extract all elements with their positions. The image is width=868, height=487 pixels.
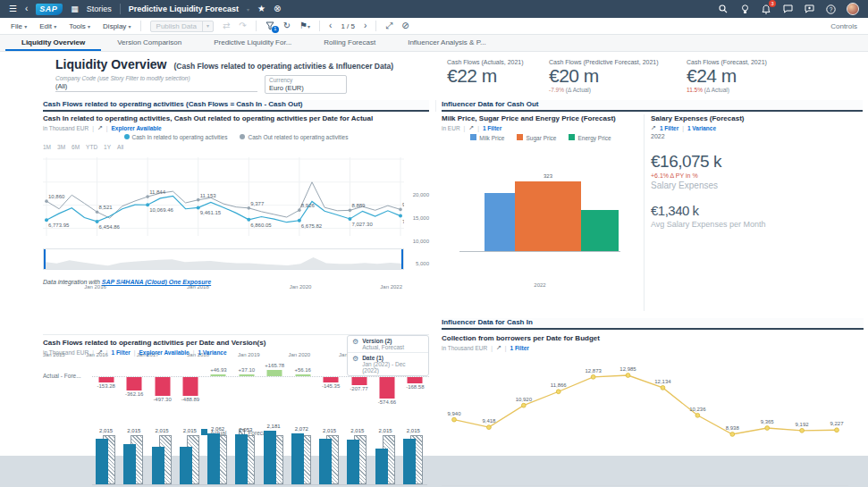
bar-group[interactable]: 2,072 <box>288 421 316 484</box>
bar-group[interactable]: 2,181 <box>260 421 288 484</box>
range-all[interactable]: All <box>117 144 123 150</box>
explore-icon[interactable]: ↗ <box>468 124 474 131</box>
range-1m[interactable]: 1M <box>43 144 51 150</box>
variance-slot[interactable]: +46.93 <box>205 362 232 407</box>
variance-bars[interactable]: -153.28-362.16-497.30-488.89+46.93+37.10… <box>92 362 429 407</box>
bar-sugar-price[interactable] <box>515 181 581 251</box>
search-icon[interactable] <box>718 4 729 14</box>
filter-link[interactable]: 1 Filter <box>660 125 678 131</box>
feedback-chat-icon[interactable] <box>782 4 793 14</box>
legend-item[interactable]: Cash In related to operating activities <box>124 134 228 140</box>
help-icon[interactable]: ? <box>825 4 836 14</box>
variance-slot[interactable]: -168.58 <box>401 362 429 407</box>
variance-slot[interactable]: -362.16 <box>120 362 147 407</box>
currency-field[interactable]: Currency Euro (EUR) <box>265 75 347 94</box>
salary-card[interactable]: Salary Expenses (Forecast) ↗ 1 Filter| 1… <box>651 114 856 229</box>
story-title[interactable]: Predictive Liquidity Forecast <box>129 4 239 13</box>
explorer-available-link[interactable]: Explorer Available <box>111 125 161 131</box>
hamburger-menu-icon[interactable]: ☰ <box>9 4 17 13</box>
variance-slot[interactable]: -145.35 <box>316 362 344 407</box>
assistant-chat-icon[interactable] <box>804 4 814 14</box>
tab-liquidity-overview[interactable]: Liquidity Overview <box>5 35 101 51</box>
idea-lightbulb-icon[interactable] <box>739 4 750 14</box>
bar-energy-price[interactable] <box>579 210 619 251</box>
tab-influencer-analysis-p-[interactable]: Influencer Analysis & P... <box>392 35 501 51</box>
menu-tools[interactable]: Tools ▾ <box>69 22 90 30</box>
explore-icon[interactable]: ↗ <box>651 124 656 131</box>
menu-file[interactable]: File ▾ <box>11 22 27 30</box>
next-page-icon[interactable]: › <box>364 21 367 30</box>
bar-group[interactable]: 2,015 <box>120 421 147 484</box>
bar-group[interactable]: 2,015 <box>343 421 371 484</box>
grouped-bar-plot[interactable]: 2,0152,0152,0152,0152,0622,0532,1812,072… <box>92 421 427 485</box>
controls-label[interactable]: Controls <box>830 22 857 30</box>
notifications-bell-icon[interactable]: 3 <box>761 4 771 14</box>
bar-group[interactable]: 2,015 <box>148 421 176 484</box>
variance-slot[interactable]: +37.10 <box>232 362 260 407</box>
variance-link[interactable]: 1 Variance <box>687 125 716 131</box>
close-circle-icon[interactable]: ⊗ <box>274 4 281 13</box>
bar-group[interactable]: 2,015 <box>176 421 204 484</box>
fullscreen-icon[interactable]: ⤢ <box>385 21 392 30</box>
filter-link[interactable]: 1 Filter <box>111 349 130 356</box>
menu-edit[interactable]: Edit ▾ <box>39 22 56 30</box>
variance-slot[interactable]: -153.28 <box>92 362 120 407</box>
chart-minimap[interactable]: Jan 2016Jan 2018Jan 2020Jan 2022 <box>43 248 404 270</box>
tab-rolling-forecast[interactable]: Rolling Forecast <box>308 35 392 51</box>
filter-link[interactable]: 1 Filter <box>483 125 501 131</box>
range-ytd[interactable]: YTD <box>86 144 97 150</box>
line-chart-plot[interactable]: 9,9409,41810,92011,86612,87312,98512,134… <box>442 357 848 465</box>
range-3m[interactable]: 3M <box>57 144 65 150</box>
explorer-available-link[interactable]: Explorer Available <box>139 349 189 356</box>
explore-icon[interactable]: ↗ <box>97 124 103 131</box>
minimap-left-handle[interactable] <box>44 249 46 269</box>
variance-slot[interactable]: -488.89 <box>176 362 204 407</box>
publish-data-button[interactable]: Publish Data ▾ <box>150 21 214 32</box>
previous-page-icon[interactable]: ‹ <box>329 21 332 30</box>
tab-predictive-liquidity-for-[interactable]: Predictive Liquidity For... <box>198 35 308 51</box>
cash-actual-chart-card[interactable]: Cash In related to operating activities,… <box>43 114 429 236</box>
filter-token[interactable]: ⚙Version (2)Actual, Forecast <box>348 336 428 352</box>
variance-slot[interactable]: +165.78 <box>261 362 289 407</box>
cancel-icon[interactable]: ⊘ <box>401 21 409 30</box>
refresh-icon[interactable]: ↻ <box>283 21 291 30</box>
bar-group[interactable]: 2,015 <box>400 421 427 484</box>
s4hana-link[interactable]: SAP S/4HANA (Cloud) One Exposure <box>102 279 211 285</box>
stories-label[interactable]: Stories <box>87 4 112 13</box>
back-icon[interactable]: ‹ <box>25 4 28 13</box>
legend-item[interactable]: Milk Price <box>470 134 504 141</box>
explore-icon[interactable]: ↗ <box>97 348 103 356</box>
filter-icon[interactable]: 1 <box>265 21 274 30</box>
favorite-star-icon[interactable]: ★ <box>257 4 265 13</box>
variance-slot[interactable]: -574.66 <box>373 362 400 407</box>
range-6m[interactable]: 6M <box>72 144 80 150</box>
bookmark-icon[interactable]: ⚑▾ <box>299 21 310 30</box>
filter-link[interactable]: 1 Filter <box>510 345 528 351</box>
tab-version-comparison[interactable]: Version Comparison <box>101 35 198 51</box>
variance-slot[interactable]: -207.77 <box>345 362 373 407</box>
legend-item[interactable]: Energy Price <box>569 134 611 141</box>
company-code-field[interactable]: Company Code (use Story Filter to modify… <box>55 75 257 92</box>
version-chart-card[interactable]: Cash Flows related to operating activiti… <box>43 334 429 436</box>
legend-item[interactable]: Cash Out related to operating activities <box>240 134 348 140</box>
variance-link[interactable]: 1 Variance <box>198 349 226 356</box>
bar-group[interactable]: 2,015 <box>316 421 343 484</box>
bar-group[interactable]: 2,015 <box>372 421 400 484</box>
price-forecast-card[interactable]: Milk Price, Sugar Price and Energy Price… <box>442 114 640 147</box>
variance-slot[interactable]: +56.16 <box>289 362 316 407</box>
bar-plot[interactable]: 323 <box>459 155 620 252</box>
bar-group[interactable]: 2,062 <box>204 421 232 484</box>
variance-slot[interactable]: -497.30 <box>148 362 176 407</box>
bar-group[interactable]: 2,015 <box>92 421 120 484</box>
minimap-right-handle[interactable] <box>401 249 403 269</box>
legend-item[interactable]: Sugar Price <box>517 134 556 141</box>
collection-chart-card[interactable]: Collection from borrowers per Date for B… <box>442 334 858 365</box>
range-1y[interactable]: 1Y <box>104 144 111 150</box>
menu-display[interactable]: Display ▾ <box>103 22 131 30</box>
chevron-down-icon[interactable]: ▾ <box>202 21 213 31</box>
line-chart-plot[interactable]: 10,8606,773.958,5216,454.8611,84410,069.… <box>43 157 404 236</box>
chevron-down-icon[interactable]: ▾ <box>247 6 249 13</box>
user-avatar[interactable] <box>847 3 859 15</box>
explore-icon[interactable]: ↗ <box>496 344 501 351</box>
bar-group[interactable]: 2,053 <box>232 421 259 484</box>
